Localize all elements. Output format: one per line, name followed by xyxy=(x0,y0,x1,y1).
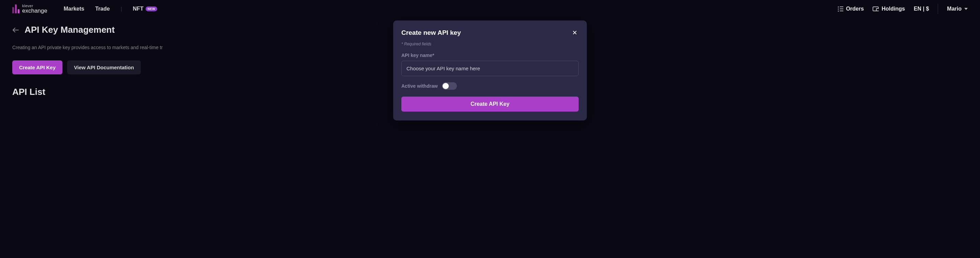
lang-currency[interactable]: EN | $ xyxy=(914,6,929,12)
badge-new: NEW xyxy=(146,6,158,11)
orders-link[interactable]: Orders xyxy=(838,6,864,12)
back-button[interactable] xyxy=(12,27,19,33)
user-name: Mario xyxy=(947,6,962,12)
active-withdraw-row: Active withdraw xyxy=(401,82,579,90)
create-api-key-button[interactable]: Create API Key xyxy=(12,61,62,75)
header-divider xyxy=(938,4,938,14)
arrow-left-icon xyxy=(13,28,19,32)
logo-text: klever exchange xyxy=(22,4,48,14)
wallet-icon xyxy=(873,6,879,11)
modal-required-hint: * Required fields xyxy=(401,41,579,46)
modal-close-button[interactable]: ✕ xyxy=(571,29,579,37)
modal-header: Create new API key ✕ xyxy=(401,29,579,37)
create-api-key-modal: Create new API key ✕ * Required fields A… xyxy=(393,21,587,121)
holdings-link[interactable]: Holdings xyxy=(873,6,905,12)
page-title: API Key Management xyxy=(25,25,115,35)
view-docs-button[interactable]: View API Documentation xyxy=(67,61,141,75)
api-key-name-label: API key name* xyxy=(401,53,579,58)
modal-title: Create new API key xyxy=(401,29,461,37)
nav-divider: | xyxy=(121,6,122,11)
header: klever exchange Markets Trade | NFT NEW … xyxy=(0,0,980,18)
logo-icon xyxy=(12,5,19,13)
nav-nft-label: NFT xyxy=(133,6,143,12)
orders-icon xyxy=(838,6,843,11)
logo-bottom: exchange xyxy=(22,8,48,14)
user-menu[interactable]: Mario xyxy=(947,6,968,12)
nav-markets[interactable]: Markets xyxy=(64,6,84,12)
close-icon: ✕ xyxy=(572,29,577,36)
logo[interactable]: klever exchange xyxy=(12,4,48,14)
nav: Markets Trade | NFT NEW xyxy=(64,6,157,12)
nav-trade[interactable]: Trade xyxy=(95,6,110,12)
toggle-knob xyxy=(442,83,449,89)
active-withdraw-toggle[interactable] xyxy=(442,82,457,90)
header-right: Orders Holdings EN | $ Mario xyxy=(838,4,968,14)
holdings-label: Holdings xyxy=(881,6,905,12)
modal-overlay: Create new API key ✕ * Required fields A… xyxy=(393,21,587,121)
modal-submit-button[interactable]: Create API Key xyxy=(401,97,579,111)
api-key-name-input[interactable] xyxy=(401,61,579,76)
chevron-down-icon xyxy=(964,8,968,10)
nav-nft[interactable]: NFT NEW xyxy=(133,6,158,12)
orders-label: Orders xyxy=(846,6,864,12)
active-withdraw-label: Active withdraw xyxy=(401,83,438,89)
